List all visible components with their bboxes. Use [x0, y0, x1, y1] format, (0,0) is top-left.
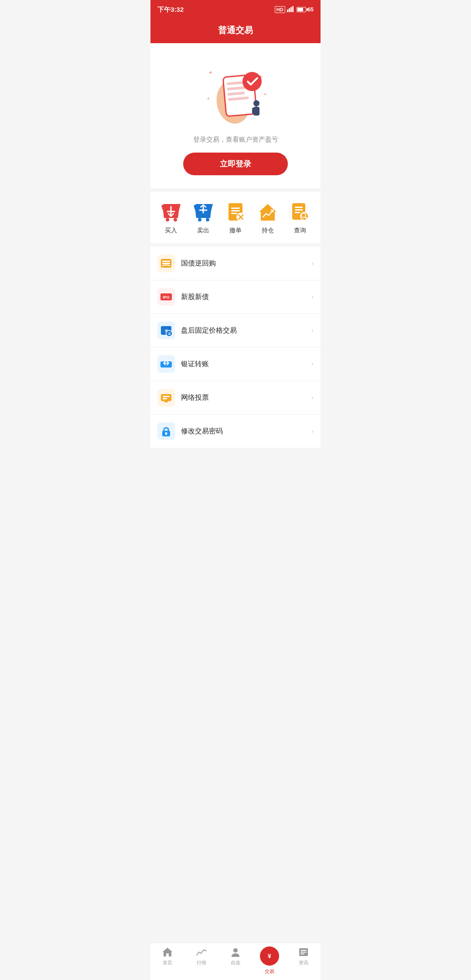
svg-rect-13 [252, 108, 255, 114]
svg-rect-39 [295, 212, 300, 213]
svg-rect-45 [162, 261, 170, 262]
nav-home[interactable]: 首页 [154, 946, 181, 975]
svg-point-68 [233, 948, 238, 953]
menu-label-online-vote: 网络投票 [181, 393, 311, 402]
svg-rect-3 [292, 6, 294, 12]
menu-arrow-change-pwd: › [311, 427, 314, 435]
svg-rect-27 [231, 208, 240, 209]
nav-trade-label: 交易 [265, 968, 274, 975]
login-button[interactable]: 立即登录 [183, 153, 288, 175]
nav-trade[interactable]: ¥ 交易 [256, 946, 283, 975]
page-title: 普通交易 [218, 25, 253, 35]
action-sell[interactable]: 卖出 [192, 201, 215, 235]
svg-point-21 [198, 218, 201, 221]
svg-rect-28 [231, 210, 240, 211]
nav-market[interactable]: 行情 [188, 946, 215, 975]
menu-item-ipo[interactable]: IPO 新股新债 › [150, 280, 321, 314]
svg-rect-46 [162, 263, 170, 264]
menu-icon-online-vote [157, 389, 175, 406]
svg-text:业: 业 [168, 332, 171, 335]
menu-arrow-ipo: › [311, 293, 314, 301]
bottom-nav: 首页 行情 自选 ¥ 交易 资讯 [150, 943, 321, 980]
menu-item-bank-transfer[interactable]: 银证转账 › [150, 347, 321, 381]
nav-news-label: 资讯 [299, 960, 308, 966]
action-query[interactable]: 查询 [289, 201, 311, 235]
hero-subtitle: 登录交易，查看账户资产盈亏 [193, 136, 278, 144]
svg-point-10 [242, 72, 262, 91]
menu-label-after-hours: 盘后固定价格交易 [181, 326, 311, 335]
svg-rect-71 [300, 950, 307, 951]
svg-rect-1 [289, 8, 290, 12]
action-sell-label: 卖出 [197, 227, 209, 235]
action-position[interactable]: 持仓 [256, 201, 279, 235]
svg-rect-14 [256, 108, 259, 114]
menu-item-after-hours[interactable]: 创 业 盘后固定价格交易 › [150, 314, 321, 347]
svg-rect-62 [164, 401, 168, 402]
svg-rect-61 [163, 398, 167, 399]
battery-icon [297, 7, 306, 12]
svg-rect-2 [290, 7, 292, 12]
svg-point-16 [166, 218, 169, 221]
svg-rect-66 [166, 433, 167, 435]
action-cancel-label: 撤单 [229, 227, 242, 235]
svg-text:¥: ¥ [268, 953, 271, 960]
menu-label-change-pwd: 修改交易密码 [181, 427, 311, 436]
svg-marker-67 [163, 948, 172, 956]
menu-label-bank-transfer: 银证转账 [181, 360, 311, 369]
svg-rect-59 [161, 394, 171, 401]
hd-badge: HD [275, 6, 285, 13]
menu-icon-govt-bond [157, 255, 175, 272]
action-buy-label: 买入 [165, 227, 177, 235]
nav-watchlist-label: 自选 [231, 960, 240, 966]
menu-arrow-online-vote: › [311, 394, 314, 402]
menu-arrow-after-hours: › [311, 327, 314, 334]
quick-actions: 买入 卖出 撤单 [150, 192, 321, 243]
svg-point-17 [174, 218, 177, 221]
nav-trade-circle: ¥ [260, 946, 279, 966]
menu-item-online-vote[interactable]: 网络投票 › [150, 381, 321, 415]
menu-icon-after-hours: 创 业 [157, 322, 175, 339]
action-query-label: 查询 [294, 227, 306, 235]
svg-rect-72 [300, 952, 307, 953]
status-bar: 下午3:32 HD 65 [150, 0, 321, 19]
menu-arrow-bank-transfer: › [311, 360, 314, 368]
action-buy[interactable]: 买入 [160, 201, 182, 235]
battery-level: 65 [308, 7, 314, 13]
svg-rect-60 [163, 396, 170, 397]
menu-label-ipo: 新股新债 [181, 293, 311, 302]
svg-rect-73 [300, 953, 304, 954]
svg-point-22 [206, 218, 209, 221]
nav-home-label: 首页 [163, 960, 172, 966]
menu-arrow-govt-bond: › [311, 259, 314, 267]
menu-icon-bank-transfer [157, 355, 175, 373]
menu-icon-ipo: IPO [157, 288, 175, 306]
hero-section: 登录交易，查看账户资产盈亏 立即登录 [150, 43, 321, 188]
menu-icon-change-pwd [157, 422, 175, 440]
status-time: 下午3:32 [157, 6, 184, 14]
svg-rect-0 [287, 10, 288, 12]
action-cancel[interactable]: 撤单 [224, 201, 247, 235]
menu-item-govt-bond[interactable]: 国债逆回购 › [150, 247, 321, 280]
svg-rect-38 [295, 209, 303, 211]
svg-rect-37 [295, 207, 303, 208]
action-position-label: 持仓 [262, 227, 274, 235]
page-header: 普通交易 [150, 19, 321, 43]
nav-market-label: 行情 [197, 960, 206, 966]
svg-point-11 [253, 100, 259, 106]
svg-rect-29 [231, 213, 237, 214]
svg-text:IPO: IPO [163, 295, 170, 299]
svg-rect-56 [160, 361, 172, 368]
menu-item-change-pwd[interactable]: 修改交易密码 › [150, 415, 321, 448]
status-icons: HD 65 [275, 6, 314, 14]
menu-label-govt-bond: 国债逆回购 [181, 259, 311, 268]
signal-strength [287, 6, 295, 14]
nav-news[interactable]: 资讯 [290, 946, 317, 975]
nav-watchlist[interactable]: 自选 [222, 946, 249, 975]
menu-list: 国债逆回购 › IPO 新股新债 › 创 业 盘后固定价格交易 › [150, 247, 321, 448]
hero-illustration [196, 52, 275, 130]
